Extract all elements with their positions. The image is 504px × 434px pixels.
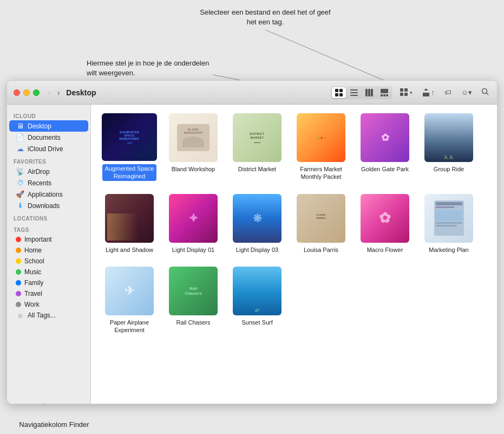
file-name-sunset: Sunset Surf [241, 319, 272, 326]
file-thumb-augmented: AUGMENTEDSPACEREIMAGINED ◈◈◈ [102, 113, 157, 161]
sidebar-item-applications[interactable]: 🚀 Applications [9, 189, 88, 200]
file-item-light-shadow[interactable]: Light and Shadow [100, 192, 159, 256]
file-item-paper[interactable]: ✈ Paper Airplane Experiment [100, 264, 159, 336]
sidebar-section-tags: Tags [7, 223, 90, 234]
desktop-icon: 🖥 [16, 122, 24, 130]
file-row-1: AUGMENTEDSPACEREIMAGINED ◈◈◈ Augmented S… [100, 111, 488, 183]
file-name-light01: Light Display 01 [172, 246, 214, 254]
file-item-group[interactable]: 🚴‍♂️🚴‍♂️ Group Ride [419, 111, 479, 183]
sidebar-section-icloud: iCloud [7, 109, 90, 120]
file-name-marketing: Marketing Plan [429, 246, 468, 254]
file-item-light03[interactable]: ❋ Light Display 03 [227, 192, 287, 256]
applications-icon: 🚀 [16, 190, 24, 198]
icon-view-button[interactable] [332, 87, 346, 98]
file-name-light-shadow: Light and Shadow [106, 246, 153, 254]
close-button[interactable] [14, 89, 20, 96]
sidebar-item-icloud-drive-label: iCloud Drive [28, 145, 63, 153]
svg-line-25 [487, 93, 489, 95]
sidebar-item-airdrop[interactable]: 📡 AirDrop [9, 166, 88, 177]
sidebar-item-tag-travel[interactable]: Travel [9, 288, 88, 299]
svg-rect-23 [404, 93, 408, 96]
sidebar-item-recents[interactable]: ⏱ Recents [9, 177, 88, 189]
sidebar-section-locations: Locations [7, 211, 90, 223]
svg-rect-13 [365, 89, 368, 96]
svg-point-24 [482, 89, 487, 94]
tag-school-dot [16, 258, 21, 264]
minimize-button[interactable] [23, 89, 30, 96]
share-button[interactable]: ↑ [419, 87, 438, 99]
file-item-sunset[interactable]: 🏄‍♂️ Sunset Surf [227, 264, 287, 336]
file-item-louisa[interactable]: LOUISAPARRIS ◦◦◦◦◦ Louisa Parris [291, 192, 351, 256]
maximize-button[interactable] [33, 89, 40, 96]
content-area: iCloud 🖥 Desktop 📄 Documents ☁ iCloud Dr… [7, 105, 497, 404]
sidebar-item-tag-family-label: Family [24, 279, 43, 287]
forward-button[interactable]: › [55, 87, 62, 98]
sidebar-item-tag-work[interactable]: Work [9, 299, 88, 310]
svg-rect-17 [381, 94, 383, 96]
file-thumb-light01: ✦ [169, 194, 218, 243]
top-annotation-text: Selecteer een bestand en deel het of gee… [200, 8, 330, 26]
sidebar-item-documents[interactable]: 📄 Documents [9, 132, 88, 143]
documents-icon: 📄 [16, 133, 24, 141]
tag-family-dot [16, 280, 21, 286]
left-annotation: Hiermee stel je in hoe je de onderdelen … [87, 59, 214, 78]
sidebar-item-icloud-drive[interactable]: ☁ iCloud Drive [9, 143, 88, 154]
top-annotation: Selecteer een bestand en deel het of gee… [195, 8, 336, 27]
file-item-farmers[interactable]: 🌽🍎🥕 Farmers Market Monthly Packet [291, 111, 351, 183]
sidebar-item-tag-all-label: All Tags... [28, 312, 56, 319]
sidebar-item-tag-music[interactable]: Music [9, 267, 88, 277]
back-button[interactable]: ‹ [46, 87, 53, 98]
finder-window: ‹ › Desktop [6, 80, 498, 404]
svg-rect-18 [383, 94, 385, 96]
list-view-button[interactable] [347, 87, 361, 98]
file-thumb-macro: ✿ [361, 194, 409, 243]
location-title: Desktop [66, 88, 96, 97]
downloads-icon: ⬇ [16, 202, 24, 210]
sidebar-item-airdrop-label: AirDrop [28, 168, 50, 176]
tag-important-dot [16, 237, 21, 242]
sidebar-item-tag-music-label: Music [24, 268, 41, 276]
file-thumb-rail: RailChasers [169, 267, 218, 315]
sidebar-item-tag-work-label: Work [24, 301, 40, 308]
file-name-farmers: Farmers Market Monthly Packet [294, 165, 348, 181]
file-item-bland[interactable]: BLANDWORKSHOP Bland Workshop [163, 111, 223, 183]
file-item-rail[interactable]: RailChasers Rail Chasers [163, 264, 223, 336]
file-thumb-district: DISTRICTMARKET ▬▬▬ [233, 113, 282, 162]
gallery-view-button[interactable] [377, 87, 391, 98]
sidebar-section-favorites: Favorites [7, 154, 90, 166]
svg-rect-16 [381, 89, 388, 93]
sidebar-item-applications-label: Applications [28, 191, 63, 198]
file-thumb-light-shadow [105, 194, 154, 243]
svg-rect-8 [335, 93, 338, 96]
file-item-district[interactable]: DISTRICTMARKET ▬▬▬ District Market [227, 111, 287, 183]
group-button[interactable]: ▾ [397, 87, 416, 99]
sidebar-item-tag-all[interactable]: ◎ All Tags... [9, 310, 88, 321]
left-annotation-text: Hiermee stel je in hoe je de onderdelen … [87, 59, 209, 77]
sidebar-item-tag-home[interactable]: Home [9, 245, 88, 256]
file-item-golden[interactable]: ✿ Golden Gate Park [355, 111, 415, 183]
file-item-augmented[interactable]: AUGMENTEDSPACEREIMAGINED ◈◈◈ Augmented S… [100, 111, 159, 183]
sidebar-item-desktop[interactable]: 🖥 Desktop [9, 120, 88, 132]
sidebar-item-tag-family[interactable]: Family [9, 277, 88, 288]
toolbar-group-right: ▾ ↑ 🏷 ☺▾ [397, 87, 475, 99]
sidebar-item-documents-label: Documents [28, 134, 61, 141]
file-item-macro[interactable]: ✿ Macro Flower [355, 192, 415, 256]
sidebar-item-tag-important[interactable]: Important [9, 234, 88, 245]
file-row-2: Light and Shadow ✦ Light Display 01 ❋ [100, 192, 488, 256]
sidebar-item-tag-home-label: Home [24, 247, 42, 254]
sidebar-item-tag-school[interactable]: School [9, 256, 88, 267]
svg-rect-12 [350, 95, 358, 96]
svg-rect-21 [404, 88, 408, 92]
recents-icon: ⏱ [16, 179, 24, 187]
file-item-light01[interactable]: ✦ Light Display 01 [163, 192, 223, 256]
file-name-louisa: Louisa Parris [304, 246, 338, 254]
tag-button[interactable]: 🏷 [441, 87, 455, 98]
sidebar-item-downloads[interactable]: ⬇ Downloads [9, 200, 88, 211]
column-view-button[interactable] [362, 87, 376, 98]
file-thumb-marketing [424, 194, 473, 243]
file-name-group: Group Ride [434, 165, 464, 173]
more-button[interactable]: ☺▾ [458, 87, 475, 98]
file-item-marketing[interactable]: Marketing Plan [419, 192, 479, 256]
search-button[interactable] [480, 86, 490, 99]
sidebar-item-tag-important-label: Important [24, 236, 52, 243]
